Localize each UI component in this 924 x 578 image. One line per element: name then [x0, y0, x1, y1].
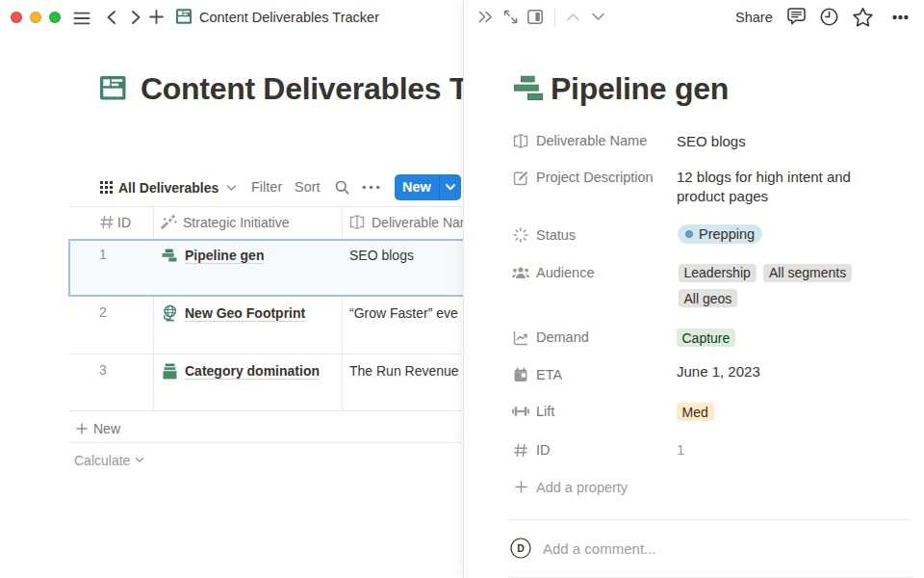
- svg-text:D: D: [517, 542, 525, 554]
